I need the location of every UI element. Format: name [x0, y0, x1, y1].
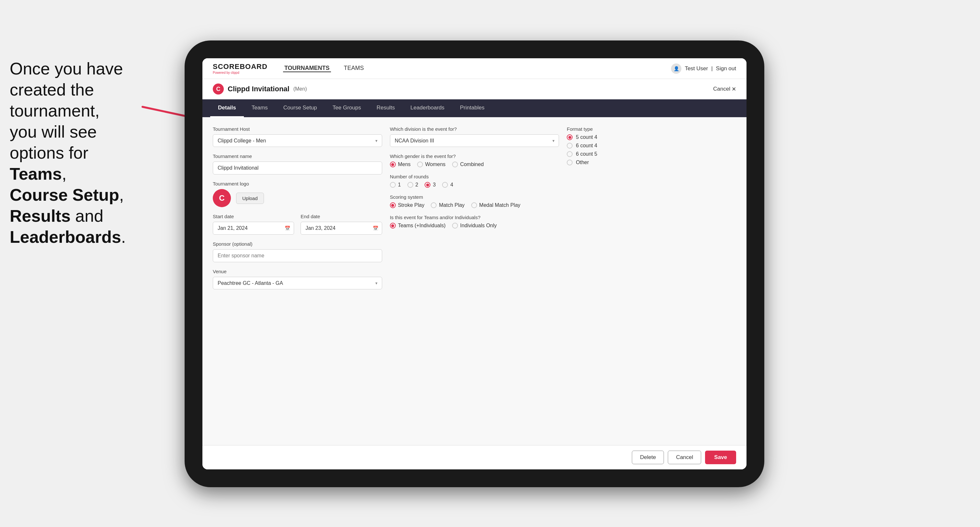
tab-printables[interactable]: Printables — [452, 99, 492, 117]
tab-results[interactable]: Results — [369, 99, 403, 117]
cancel-button[interactable]: Cancel — [668, 451, 701, 464]
top-nav: SCOREBOARD Powered by clippd TOURNAMENTS… — [202, 58, 746, 79]
venue-select-wrapper: Peachtree GC - Atlanta - GA — [213, 277, 382, 289]
scoring-medal-match[interactable]: Medal Match Play — [471, 202, 520, 208]
format-other[interactable]: Other — [567, 160, 736, 165]
tab-course-setup[interactable]: Course Setup — [275, 99, 325, 117]
individuals-radio-circle — [452, 223, 458, 229]
other-label: Other — [576, 160, 589, 165]
round4-label: 4 — [450, 182, 453, 188]
bold-course: Course Setup — [10, 186, 119, 204]
format-6count5[interactable]: 6 count 5 — [567, 151, 736, 157]
teams-plus-label: Teams (+Individuals) — [398, 223, 445, 229]
medal-match-label: Medal Match Play — [479, 202, 520, 208]
nav-links: TOURNAMENTS TEAMS — [283, 65, 671, 72]
bold-leaderboards: Leaderboards — [10, 227, 121, 246]
start-date-group: Start date — [213, 214, 294, 235]
tablet-frame: SCOREBOARD Powered by clippd TOURNAMENTS… — [185, 40, 764, 487]
6count4-radio-circle — [567, 143, 573, 149]
bold-results: Results — [10, 206, 71, 225]
nav-tournaments[interactable]: TOURNAMENTS — [283, 65, 331, 72]
format-type-group: Format type 5 count 4 6 count 4 — [567, 126, 736, 168]
individuals-only[interactable]: Individuals Only — [452, 223, 497, 229]
nav-user: 👤 Test User | Sign out — [671, 63, 736, 74]
teams-radio-group: Teams (+Individuals) Individuals Only — [390, 223, 559, 229]
tournament-name-input[interactable] — [213, 162, 382, 175]
form-col-2: Which division is the event for? NCAA Di… — [390, 126, 559, 289]
6count4-label: 6 count 4 — [576, 143, 597, 149]
gender-womens[interactable]: Womens — [417, 162, 445, 167]
mens-label: Mens — [398, 162, 410, 167]
6count5-radio-circle — [567, 151, 573, 157]
save-button[interactable]: Save — [705, 451, 736, 464]
sponsor-label: Sponsor (optional) — [213, 241, 382, 247]
tab-leaderboards[interactable]: Leaderboards — [402, 99, 452, 117]
round1-radio-circle — [390, 182, 396, 188]
delete-button[interactable]: Delete — [632, 451, 664, 464]
5count4-label: 5 count 4 — [576, 134, 597, 140]
round3-label: 3 — [433, 182, 436, 188]
rounds-label: Number of rounds — [390, 174, 559, 179]
rounds-group: Number of rounds 1 2 — [390, 174, 559, 188]
left-annotation-text: Once you have created the tournament, yo… — [0, 52, 149, 254]
cancel-header-button[interactable]: Cancel ✕ — [713, 86, 736, 92]
6count5-label: 6 count 5 — [576, 151, 597, 157]
mens-radio-circle — [390, 162, 396, 167]
upload-button[interactable]: Upload — [236, 193, 264, 204]
tab-teams[interactable]: Teams — [244, 99, 275, 117]
teams-individuals-group: Is this event for Teams and/or Individua… — [390, 214, 559, 229]
teams-plus-individuals[interactable]: Teams (+Individuals) — [390, 223, 445, 229]
division-select[interactable]: NCAA Division III — [390, 134, 559, 147]
rounds-3[interactable]: 3 — [425, 182, 436, 188]
logo-title: SCOREBOARD — [213, 62, 267, 71]
scoring-group: Scoring system Stroke Play Match Play — [390, 194, 559, 208]
logo-upload-row: C Upload — [213, 189, 382, 207]
gender-radio-group: Mens Womens Combined — [390, 162, 559, 167]
tablet-screen: SCOREBOARD Powered by clippd TOURNAMENTS… — [202, 58, 746, 469]
start-date-wrapper — [213, 222, 294, 235]
other-radio-circle — [567, 160, 573, 165]
rounds-radio-group: 1 2 3 4 — [390, 182, 559, 188]
comma2: , — [119, 186, 124, 204]
scoring-match[interactable]: Match Play — [431, 202, 465, 208]
format-5count4[interactable]: 5 count 4 — [567, 134, 736, 140]
tournament-host-select-wrapper: Clippd College - Men — [213, 134, 382, 147]
venue-select[interactable]: Peachtree GC - Atlanta - GA — [213, 277, 382, 289]
format-radio-list: 5 count 4 6 count 4 6 count 5 — [567, 134, 736, 168]
venue-group: Venue Peachtree GC - Atlanta - GA — [213, 269, 382, 289]
tournament-icon: C — [213, 84, 224, 95]
end-date-input[interactable] — [301, 222, 382, 235]
tabs-bar: Details Teams Course Setup Tee Groups Re… — [202, 99, 746, 117]
teams-individuals-label: Is this event for Teams and/or Individua… — [390, 214, 559, 220]
tournament-badge: (Men) — [293, 86, 307, 92]
scoring-stroke[interactable]: Stroke Play — [390, 202, 425, 208]
nav-teams[interactable]: TEAMS — [343, 65, 365, 72]
sign-out-link[interactable]: Sign out — [716, 65, 736, 72]
sponsor-input[interactable] — [213, 249, 382, 262]
logo-circle: C — [213, 189, 231, 207]
bold-teams: Teams — [10, 164, 62, 183]
gender-combined[interactable]: Combined — [452, 162, 484, 167]
start-date-label: Start date — [213, 214, 294, 219]
rounds-4[interactable]: 4 — [442, 182, 453, 188]
gender-mens[interactable]: Mens — [390, 162, 410, 167]
scoring-radio-group: Stroke Play Match Play Medal Match Play — [390, 202, 559, 208]
logo-sub: Powered by clippd — [213, 71, 267, 75]
nav-separator: | — [711, 65, 713, 72]
tournament-host-select[interactable]: Clippd College - Men — [213, 134, 382, 147]
gender-label: Which gender is the event for? — [390, 154, 559, 159]
rounds-1[interactable]: 1 — [390, 182, 401, 188]
tab-tee-groups[interactable]: Tee Groups — [325, 99, 369, 117]
teams-radio-circle — [390, 223, 396, 229]
tab-details[interactable]: Details — [210, 99, 244, 117]
format-6count4[interactable]: 6 count 4 — [567, 143, 736, 149]
end-date-wrapper — [301, 222, 382, 235]
form-col-1: Tournament Host Clippd College - Men Tou… — [213, 126, 382, 289]
match-radio-circle — [431, 202, 437, 208]
rounds-2[interactable]: 2 — [407, 182, 418, 188]
start-date-input[interactable] — [213, 222, 294, 235]
footer-bar: Delete Cancel Save — [202, 445, 746, 469]
user-label[interactable]: Test User — [685, 65, 708, 72]
sponsor-group: Sponsor (optional) — [213, 241, 382, 262]
stroke-radio-circle — [390, 202, 396, 208]
